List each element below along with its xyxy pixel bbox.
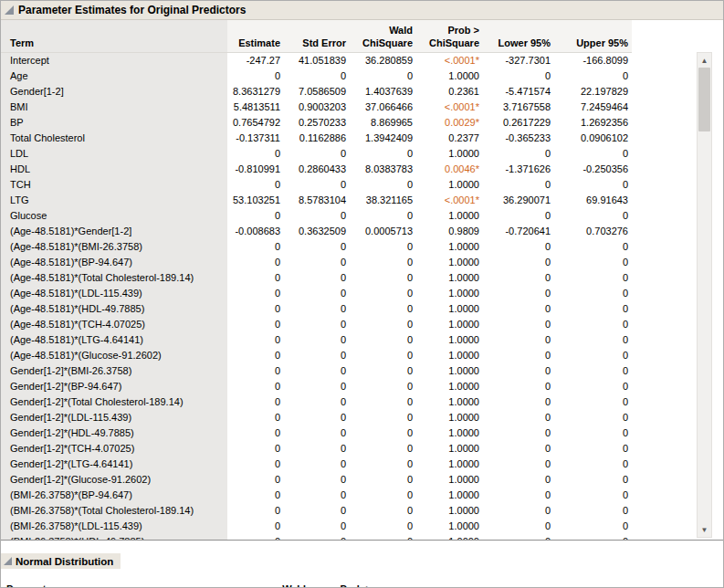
cell-upper: 0 [554,317,632,332]
cell-prob: 1.0000 [416,394,483,410]
cell-std-error: 7.0586509 [284,84,350,100]
cell-estimate: -247.27 [227,52,284,68]
table-row[interactable]: Intercept-247.2741.05183936.280859<.0001… [1,52,632,68]
table-row[interactable]: (Age-48.5181)*(LTG-4.64141)0001.000000 [1,332,632,348]
cell-prob: 1.0000 [416,441,483,457]
cell-std-error: 0 [284,146,350,162]
scroll-up-button[interactable]: ▲ [698,53,711,68]
table-row[interactable]: (Age-48.5181)*(BMI-26.3758)0001.000000 [1,239,632,255]
cell-chisq: 0 [350,472,416,488]
cell-prob: <.0001* [416,52,483,68]
cell-std-error: 0 [284,472,350,488]
cell-chisq: 0 [350,255,416,270]
table-row[interactable]: (Age-48.5181)*(Glucose-91.2602)0001.0000… [1,348,632,363]
nd-outline-header: Normal Distribution [1,553,121,569]
cell-prob: 1.0000 [416,270,483,286]
vertical-scrollbar[interactable]: ▲ ▼ [697,52,712,538]
cell-term: (Age-48.5181)*Gender[1-2] [1,224,227,239]
table-row[interactable]: (Age-48.5181)*(HDL-49.7885)0001.000000 [1,301,632,317]
cell-chisq: 1.4037639 [350,84,416,100]
cell-lower: 0 [483,146,554,162]
table-row[interactable]: Glucose0001.000000 [1,208,632,224]
table-row[interactable]: (Age-48.5181)*Gender[1-2]-0.0086830.3632… [1,224,632,239]
cell-lower: 0 [483,363,554,379]
table-row[interactable]: (BMI-26.3758)*(Total Cholesterol-189.14)… [1,503,632,519]
cell-upper: 0 [554,68,632,84]
cell-upper: 0 [554,270,632,286]
table-row[interactable]: LDL0001.000000 [1,146,632,162]
cell-estimate: -0.008683 [227,224,284,239]
cell-upper: 0 [554,425,632,441]
table-row[interactable]: TCH0001.000000 [1,177,632,193]
cell-prob: 0.2377 [416,131,483,146]
cell-prob: 1.0000 [416,286,483,301]
cell-upper: 0 [554,255,632,270]
cell-chisq: 0 [350,503,416,519]
table-row[interactable]: BMI5.48135110.900320337.066466<.0001*3.7… [1,100,632,115]
table-row[interactable]: Gender[1-2]*(BMI-26.3758)0001.000000 [1,363,632,379]
cell-estimate: 0 [227,301,284,317]
table-row[interactable]: Gender[1-2]*(TCH-4.07025)0001.000000 [1,441,632,457]
table-row[interactable]: (Age-48.5181)*(TCH-4.07025)0001.000000 [1,317,632,332]
table-row[interactable]: Gender[1-2]*(BP-94.647)0001.000000 [1,379,632,394]
column-header-std-error: Std Error [284,20,350,52]
cell-estimate: 0 [227,332,284,348]
cell-lower: 0 [483,286,554,301]
cell-term: (BMI-26.3758)*(LDL-115.439) [1,519,227,534]
table-row[interactable]: Gender[1-2]*(HDL-49.7885)0001.000000 [1,425,632,441]
scrollbar-track[interactable] [698,68,711,522]
table-row[interactable]: Gender[1-2]*(Total Cholesterol-189.14)00… [1,394,632,410]
cell-upper: 0 [554,534,632,541]
table-row[interactable]: (BMI-26.3758)*(LDL-115.439)0001.000000 [1,519,632,534]
table-row[interactable]: Gender[1-2]*(LTG-4.64141)0001.000000 [1,457,632,472]
table-row[interactable]: Gender[1-2]*(Glucose-91.2602)0001.000000 [1,472,632,488]
cell-estimate: 0 [227,425,284,441]
scrollbar-thumb[interactable] [698,68,710,131]
cell-chisq: 0 [350,348,416,363]
table-row[interactable]: HDL-0.8109910.28604338.03837830.0046*-1.… [1,162,632,177]
cell-prob: 1.0000 [416,379,483,394]
cell-estimate: 0 [227,286,284,301]
cell-term: HDL [1,162,227,177]
cell-prob: 1.0000 [416,332,483,348]
cell-std-error: 41.051839 [284,52,350,68]
cell-upper: 0 [554,363,632,379]
cell-lower: 0 [483,379,554,394]
cell-term: BP [1,115,227,131]
cell-std-error: 0 [284,332,350,348]
disclosure-triangle-icon[interactable] [4,557,12,565]
cell-lower: 0 [483,410,554,425]
table-row[interactable]: Total Cholesterol-0.1373110.11628861.394… [1,131,632,146]
column-header-lower-95: Lower 95% [375,541,446,587]
table-row[interactable]: Age0001.000000 [1,68,632,84]
cell-prob: 1.0000 [416,472,483,488]
scroll-down-button[interactable]: ▼ [698,522,711,537]
cell-estimate: 0 [227,255,284,270]
cell-estimate: 8.3631279 [227,84,284,100]
table-row[interactable]: Gender[1-2]*(LDL-115.439)0001.000000 [1,410,632,425]
cell-estimate: -0.810991 [227,162,284,177]
table-row[interactable]: (BMI-26.3758)*(BP-94.647)0001.000000 [1,488,632,503]
cell-std-error: 0 [284,363,350,379]
cell-prob: 0.0046* [416,162,483,177]
cell-chisq: 0 [350,317,416,332]
table-row[interactable]: BP0.76547920.25702338.8699650.0029*0.261… [1,115,632,131]
cell-lower: 0 [483,255,554,270]
disclosure-triangle-icon[interactable] [5,5,14,15]
table-row[interactable]: (Age-48.5181)*(Total Cholesterol-189.14)… [1,270,632,286]
table-row[interactable]: (Age-48.5181)*(LDL-115.439)0001.000000 [1,286,632,301]
table-row[interactable]: (BMI-26.3758)*(HDL-49.7885)0001.000000 [1,534,632,541]
cell-prob: 1.0000 [416,519,483,534]
cell-term: Gender[1-2] [1,84,227,100]
cell-std-error: 0 [284,519,350,534]
cell-chisq: 0 [350,301,416,317]
cell-std-error: 0.1162886 [284,131,350,146]
cell-lower: -0.365233 [483,131,554,146]
cell-estimate: 0 [227,317,284,332]
cell-chisq: 0 [350,425,416,441]
cell-std-error: 0 [284,301,350,317]
table-row[interactable]: (Age-48.5181)*(BP-94.647)0001.000000 [1,255,632,270]
table-row[interactable]: LTG53.1032518.578310438.321165<.0001*36.… [1,193,632,208]
cell-term: (Age-48.5181)*(TCH-4.07025) [1,317,227,332]
table-row[interactable]: Gender[1-2]8.36312797.05865091.40376390.… [1,84,632,100]
